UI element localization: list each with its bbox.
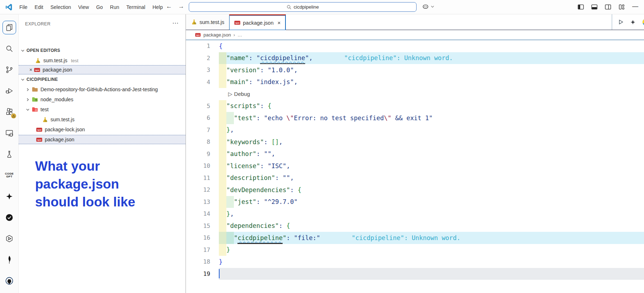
extensions-icon[interactable]: ⚠	[5, 107, 14, 117]
tab-package.json[interactable]: npmpackage.json×	[229, 14, 285, 30]
token-p: :	[256, 150, 264, 157]
menu-go[interactable]: Go	[92, 4, 106, 10]
code-line-17[interactable]: 17}	[186, 244, 644, 256]
sidebar-explorer: EXPLORER ⋯ OPEN EDITORS JSsum.test.jstes…	[19, 14, 186, 293]
indent-guide-highlight	[219, 160, 226, 172]
token-p: ,	[271, 150, 275, 157]
breadcrumb-file[interactable]: package.json	[203, 32, 231, 38]
tab-sum.test.js[interactable]: JSsum.test.js	[186, 14, 229, 30]
code-line-10[interactable]: 10"license": "ISC",	[186, 160, 644, 172]
token-p: ,	[230, 126, 234, 133]
code-line-3[interactable]: 3"version": "1.0.0",	[186, 64, 644, 76]
code-line-9[interactable]: 9"author": "",	[186, 148, 644, 160]
token-esc: \"	[384, 114, 391, 122]
token-v: "1.0.0"	[268, 67, 294, 74]
token-b2: }	[226, 126, 230, 133]
token-k: "	[234, 234, 237, 241]
tree-item-test[interactable]: test	[19, 105, 186, 114]
tree-item-package-lock.json[interactable]: npmpackage-lock.json	[19, 125, 186, 134]
command-center-search[interactable]: cicdpipeline	[189, 2, 417, 12]
open-editors-header[interactable]: OPEN EDITORS	[19, 46, 186, 55]
code-line-16[interactable]: 16"cicdpipeline": "file:""cicdpipeline":…	[186, 232, 644, 244]
code-line-19[interactable]: 19	[186, 268, 644, 280]
tree-item-sum.test.js[interactable]: JSsum.test.js	[19, 115, 186, 124]
menu-help[interactable]: Help	[149, 4, 167, 10]
code-line-8[interactable]: 8"keywords": [],	[186, 136, 644, 148]
code-line-14[interactable]: 14},	[186, 208, 644, 220]
token-p: :	[260, 67, 268, 74]
customize-layout-icon[interactable]	[618, 4, 625, 10]
open-editor-package.json[interactable]: ×npmpackage.json	[19, 65, 186, 74]
explorer-icon[interactable]	[5, 23, 14, 32]
chevron-down-icon	[21, 49, 27, 53]
remote-explorer-icon[interactable]	[5, 128, 14, 138]
token-p: :	[260, 162, 268, 170]
menu-file[interactable]: File	[16, 4, 31, 10]
item-label: package.json	[43, 67, 72, 73]
codelens-debug[interactable]: Debug	[234, 91, 250, 97]
run-file-icon[interactable]	[618, 19, 624, 25]
line-number: 4	[186, 76, 210, 88]
open-editor-sum.test.js[interactable]: JSsum.test.jstest	[19, 56, 186, 65]
line-number: 2	[186, 52, 210, 64]
breadcrumb-rest[interactable]: …	[237, 32, 242, 38]
token-k: "name"	[226, 54, 249, 62]
sparkle-icon[interactable]	[630, 19, 636, 25]
npm-file-icon: npm	[36, 127, 42, 132]
codelens-row: ▷Debug	[186, 88, 644, 100]
mongodb-icon[interactable]	[5, 255, 14, 264]
token-v: "	[256, 54, 260, 62]
check-circle-icon[interactable]	[5, 213, 14, 222]
code-line-1[interactable]: 1{	[186, 40, 644, 52]
code-line-18[interactable]: 18}	[186, 256, 644, 268]
indent-guide-highlight	[219, 136, 226, 148]
code-line-6[interactable]: 6"test": "echo \"Error: no test specifie…	[186, 112, 644, 124]
code-line-4[interactable]: 4"main": "index.js",	[186, 76, 644, 88]
code-line-12[interactable]: 12"devDependencies": {	[186, 184, 644, 196]
pie-chart-icon[interactable]	[642, 18, 644, 26]
toggle-secondary-sidebar-icon[interactable]	[605, 4, 611, 10]
sparkle-icon[interactable]	[5, 192, 14, 201]
workspace-header[interactable]: CICDPIPELINE	[19, 75, 186, 84]
menu-run[interactable]: Run	[106, 4, 123, 10]
token-k: "	[283, 234, 286, 241]
github-icon[interactable]	[5, 276, 14, 285]
close-editor-icon[interactable]: ×	[28, 67, 34, 73]
code-line-15[interactable]: 15"dependencies": {	[186, 220, 644, 232]
toggle-sidebar-icon[interactable]	[577, 4, 584, 10]
indent-guide-highlight	[226, 232, 234, 244]
token-b2: {	[287, 222, 290, 229]
forward-button[interactable]: →	[177, 3, 186, 10]
code-line-7[interactable]: 7},	[186, 124, 644, 136]
tree-item-Demo-repository-for-GitHub-Actions-and-Jest-testing[interactable]: Demo-repository-for-GitHub-Actions-and-J…	[19, 85, 186, 94]
menu-edit[interactable]: Edit	[31, 4, 47, 10]
close-tab-icon[interactable]: ×	[278, 20, 281, 26]
indent-guide-highlight	[226, 112, 234, 124]
toggle-panel-icon[interactable]	[591, 4, 598, 10]
breadcrumb[interactable]: npm package.json › …	[186, 30, 644, 40]
code-line-2[interactable]: 2"name": "cicdpipeline","cicdpipeline": …	[186, 52, 644, 64]
explorer-more-actions[interactable]: ⋯	[172, 19, 179, 27]
menu-terminal[interactable]: Terminal	[123, 4, 149, 10]
code-line-5[interactable]: 5"scripts": {	[186, 100, 644, 112]
testing-icon[interactable]	[5, 150, 14, 159]
token-v: && exit 1"	[391, 114, 433, 122]
hexagon-play-icon[interactable]	[5, 234, 14, 243]
tree-item-package.json[interactable]: npmpackage.json	[19, 135, 186, 144]
back-button[interactable]: ←	[165, 3, 173, 10]
minimize-button[interactable]: —	[632, 3, 638, 10]
codegpt-icon[interactable]: CODEGPT	[5, 171, 14, 180]
svg-text:JS: JS	[193, 22, 196, 24]
run-and-debug-icon[interactable]	[5, 86, 14, 96]
tree-item-node_modules[interactable]: jsnode_modules	[19, 95, 186, 104]
source-control-icon[interactable]	[5, 65, 14, 74]
copilot-menu[interactable]	[422, 3, 434, 10]
code-line-11[interactable]: 11"description": "",	[186, 172, 644, 184]
search-icon[interactable]	[5, 44, 14, 53]
menu-view[interactable]: View	[75, 4, 92, 10]
code-line-13[interactable]: 13"jest": "^29.7.0"	[186, 196, 644, 208]
token-p: :	[290, 186, 298, 194]
menu-selection[interactable]: Selection	[47, 4, 75, 10]
code-area[interactable]: 1{2"name": "cicdpipeline","cicdpipeline"…	[186, 40, 644, 280]
svg-text:js: js	[35, 99, 37, 101]
